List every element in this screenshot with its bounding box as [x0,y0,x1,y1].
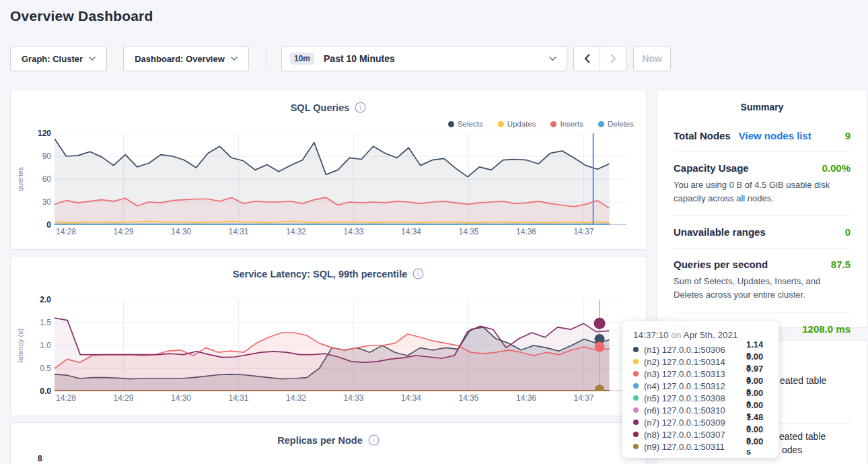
x-tick-label: 14:29 [109,227,139,236]
svg-text:i: i [373,436,375,444]
chart-title-row: Replicas per Nodei [11,434,646,446]
y-tick-label: 0 [11,220,51,230]
sql-queries-plot[interactable] [55,133,626,225]
series-color-dot [633,407,639,413]
chart-legend: SelectsUpdatesInsertsDeletes [448,120,634,128]
service-latency-plot[interactable] [55,300,626,391]
tooltip-node-label: (n3) 127.0.0.1:50313 [644,369,746,379]
series-color-dot [633,347,639,352]
time-range-picker[interactable]: 10m Past 10 Minutes [281,46,567,71]
series-color-dot [633,371,639,376]
chevron-right-icon [610,54,616,63]
chevron-left-icon [584,54,590,63]
x-tick-label: 14:37 [569,227,599,236]
total-nodes-label: Total Nodes [674,130,731,141]
series-color-dot [633,383,639,389]
tooltip-timestamp: 14:37:10 on Apr 5th, 2021 [633,330,768,340]
legend-label: Selects [458,120,483,128]
sql-queries-chart-card: SQL Queriesi SelectsUpdatesInsertsDelete… [10,90,647,250]
legend-item[interactable]: Selects [448,120,483,128]
chevron-down-icon [89,57,96,61]
x-tick-label: 14:30 [166,393,196,403]
chart-title: Service Latency: SQL, 99th percentile [233,269,408,279]
x-tick-label: 14:36 [511,227,541,236]
y-tick-label: 120 [11,129,51,138]
tooltip-node-label: (n6) 127.0.0.1:50310 [644,405,746,416]
chart-title: SQL Queries [291,102,350,113]
page-title: Overview Dashboard [10,8,153,24]
service-latency-chart-card: Service Latency: SQL, 99th percentilei 0… [10,256,647,416]
tooltip-date: Apr 5th, 2021 [683,330,737,340]
y-tick-label: 0.0 [11,387,51,396]
x-tick-label: 14:34 [396,393,426,403]
tooltip-node-label: (n7) 127.0.0.1:50309 [644,418,746,428]
p99-latency-value: 1208.0 ms [802,323,851,335]
x-tick-label: 14:34 [396,227,426,236]
x-tick-label: 14:32 [281,227,311,236]
info-icon[interactable]: i [412,268,424,279]
view-nodes-list-link[interactable]: View nodes list [739,130,811,141]
series-color-dot [498,121,504,127]
info-icon[interactable]: i [355,102,366,113]
event-item-text[interactable]: odes [782,444,802,455]
x-tick-label: 14:33 [339,393,369,403]
x-axis-ticks: 14:2814:2914:3014:3114:3214:3314:3414:35… [55,227,626,238]
chart-title: Replicas per Node [277,435,363,446]
qps-description: Sum of Selects, Updates, Inserts, and De… [674,275,851,302]
tooltip-node-label: (n9) 127.0.0.1:50311 [644,442,746,452]
event-item-text[interactable]: eated table [780,375,826,386]
svg-text:i: i [359,104,361,111]
unavailable-ranges-value: 0 [845,226,851,238]
time-prev-button[interactable] [574,46,600,71]
summary-row-capacity: Capacity Usage 0.00% [674,162,851,174]
summary-row-total-nodes: Total Nodes View nodes list 9 [674,130,851,141]
time-arrows-group [573,46,627,71]
graph-selector-dropdown[interactable]: Graph: Cluster [10,46,107,71]
tooltip-node-label: (n8) 127.0.0.1:50307 [644,430,746,440]
legend-item[interactable]: Updates [498,120,536,128]
event-item-text[interactable]: eated table [779,431,826,442]
legend-item[interactable]: Deletes [598,120,634,128]
legend-item[interactable]: Inserts [550,120,583,128]
tooltip-row: (n9) 127.0.0.1:503110.00 s [633,440,768,453]
x-tick-label: 14:32 [281,393,311,403]
chart-tooltip: 14:37:10 on Apr 5th, 2021 (n1) 127.0.0.1… [622,321,779,458]
series-color-dot [633,395,639,401]
dashboard-selector-label: Dashboard: Overview [135,54,225,64]
x-tick-label: 14:31 [224,227,254,236]
now-button[interactable]: Now [633,46,671,71]
x-tick-label: 14:28 [51,227,81,236]
summary-row-unavailable: Unavailable ranges 0 [674,226,851,238]
y-tick-label: 2.0 [11,295,51,304]
controls-divider [266,47,266,70]
y-axis-label: queries [16,145,24,213]
total-nodes-value: 9 [845,130,851,141]
summary-row-qps: Queries per second 87.5 [674,259,851,270]
x-tick-label: 14:29 [109,393,139,403]
dashboard-selector-dropdown[interactable]: Dashboard: Overview [123,46,249,71]
qps-label: Queries per second [674,259,768,270]
info-icon[interactable]: i [368,434,379,446]
chevron-down-icon [549,57,556,61]
x-tick-label: 14:28 [51,393,81,403]
graph-selector-label: Graph: Cluster [22,54,83,64]
time-next-button[interactable] [600,46,626,71]
time-range-label: Past 10 Minutes [324,53,395,64]
capacity-label: Capacity Usage [674,162,749,174]
capacity-value: 0.00% [822,162,851,174]
tooltip-node-value: 0.00 s [746,436,768,457]
chevron-down-icon [231,57,238,61]
capacity-description: You are using 0 B of 4.5 GiB usable disk… [674,178,851,205]
replicas-chart-card: Replicas per Nodei 8 [10,422,647,464]
tooltip-node-label: (n1) 127.0.0.1:50306 [644,345,746,355]
x-axis-ticks: 14:2814:2914:3014:3114:3214:3314:3414:35… [55,393,626,404]
series-color-dot [448,121,454,127]
x-tick-label: 14:36 [511,393,541,403]
time-range-badge: 10m [290,53,314,65]
unavailable-ranges-label: Unavailable ranges [674,226,766,238]
x-tick-label: 14:30 [166,227,196,236]
svg-text:i: i [417,270,419,277]
divider [674,312,851,313]
series-color-dot [633,359,639,364]
tooltip-conjunction: on [671,330,681,340]
